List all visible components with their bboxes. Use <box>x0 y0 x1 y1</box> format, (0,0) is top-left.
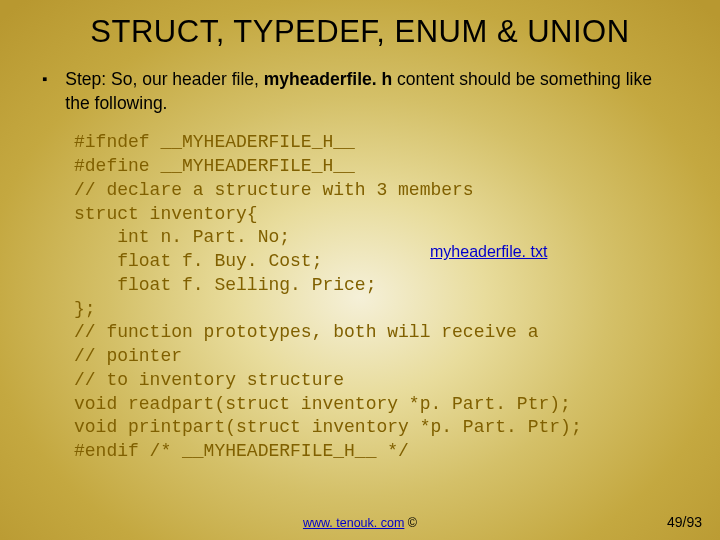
slide-title: STRUCT, TYPEDEF, ENUM & UNION <box>0 0 720 50</box>
step-text: Step: So, our header file, myheaderfile.… <box>65 68 678 115</box>
page-number: 49/93 <box>667 514 702 530</box>
step-prefix: Step: So, our header file, <box>65 69 263 89</box>
code-block: #ifndef __MYHEADERFILE_H__ #define __MYH… <box>0 115 720 464</box>
bullet-icon: ▪ <box>42 70 47 87</box>
footer: www. tenouk. com © <box>0 516 720 530</box>
code-text: #ifndef __MYHEADERFILE_H__ #define __MYH… <box>74 132 582 461</box>
footer-copyright: © <box>404 516 417 530</box>
file-link[interactable]: myheaderfile. txt <box>430 241 547 262</box>
step-filename: myheaderfile. h <box>264 69 392 89</box>
footer-url[interactable]: www. tenouk. com <box>303 516 404 530</box>
step-row: ▪ Step: So, our header file, myheaderfil… <box>0 50 720 115</box>
